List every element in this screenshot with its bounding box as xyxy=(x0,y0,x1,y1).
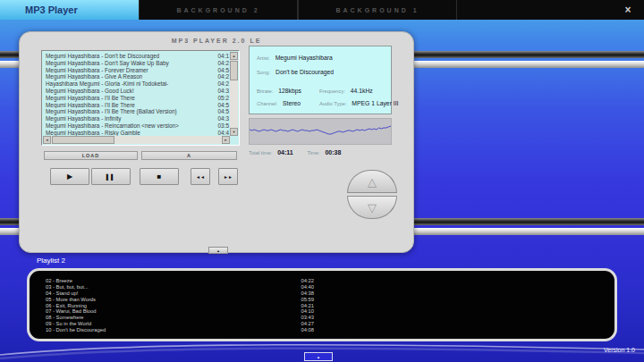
list-item[interactable]: Megumi Hayashibara - I'll Be There05:2 xyxy=(44,95,230,102)
frequency-row: Frequency: 44.1kHz xyxy=(319,88,373,94)
background-1-button[interactable]: BACKGROUND 1 xyxy=(298,0,457,20)
channel-row: Channel: Stereo xyxy=(257,100,301,106)
titlebar: MP3 Player BACKGROUND 2 BACKGROUND 1 × xyxy=(0,0,644,20)
time-display: Total time: 04:11 Time: 00:38 xyxy=(249,149,401,156)
list-item: 07 - Warui, Bad Blood04:10 xyxy=(46,308,314,315)
playlist2-tracks: 02 - Breeze04:2203 - But, but, but...04:… xyxy=(46,278,314,333)
list-item[interactable]: Megumi Hayashibara - Good Luck!04:3 xyxy=(44,88,230,95)
list-item: 09 - So in the World04:27 xyxy=(46,321,314,327)
artist-row: Artist: Megumi Hayashibara xyxy=(257,55,333,61)
stop-icon: ■ xyxy=(157,173,162,181)
list-item: 02 - Breeze04:22 xyxy=(46,278,314,284)
stop-button[interactable]: ■ xyxy=(140,168,179,185)
play-icon: ▶ xyxy=(67,173,72,181)
scroll-left-icon[interactable]: ◄ xyxy=(43,136,51,144)
mp3-player-app: MP3 Player BACKGROUND 2 BACKGROUND 1 × M… xyxy=(0,0,644,362)
audiotype-value: MPEG 1 Layer III xyxy=(352,100,398,106)
song-row-info: Song: Don't be Discouraged xyxy=(257,69,334,75)
a-button[interactable]: A xyxy=(141,151,237,160)
version-label: Version 1.0 xyxy=(604,347,635,353)
scroll-right-icon[interactable]: ► xyxy=(222,136,230,144)
artist-value: Megumi Hayashibara xyxy=(275,55,333,61)
track-selector-knob: △ ▽ xyxy=(347,170,397,220)
total-time-label: Total time: xyxy=(249,150,272,156)
load-button[interactable]: LOAD xyxy=(44,151,138,160)
background-2-button[interactable]: BACKGROUND 2 xyxy=(139,0,298,20)
up-triangle-icon: △ xyxy=(368,175,377,189)
previous-icon: ◄◄ xyxy=(196,174,205,180)
collapse-up-icon: ▲ xyxy=(216,248,220,253)
play-button[interactable]: ▶ xyxy=(50,168,89,185)
app-title: MP3 Player xyxy=(25,4,78,15)
close-icon[interactable]: × xyxy=(612,0,644,20)
pause-button[interactable]: ▌▌ xyxy=(91,168,131,185)
list-item: 04 - Stand up!04:38 xyxy=(46,290,314,297)
bitrate-value: 128kbps xyxy=(278,88,301,94)
playlist2-panel: 02 - Breeze04:2203 - But, but, but...04:… xyxy=(27,268,617,341)
list-item[interactable]: Megumi Hayashibara - Forever Dreamer04:5 xyxy=(44,67,230,74)
list-item[interactable]: Megumi Hayashibara - Reincarnation <new … xyxy=(44,122,230,130)
track-info-panel: Artist: Megumi Hayashibara Song: Don't b… xyxy=(249,46,392,114)
next-button[interactable]: ►► xyxy=(218,168,238,185)
previous-button[interactable]: ◄◄ xyxy=(191,168,210,185)
audiotype-label: Audio Type: xyxy=(319,101,347,106)
pause-icon: ▌▌ xyxy=(106,174,116,180)
waveform-icon xyxy=(250,119,391,144)
song-list: Megumi Hayashibara - Don't be Discourage… xyxy=(44,53,230,136)
vertical-scrollbar[interactable]: ▲ ▼ xyxy=(230,52,238,136)
channel-label: Channel: xyxy=(257,101,277,106)
collapse-button[interactable]: ▲ xyxy=(208,247,228,254)
audiotype-row: Audio Type: MPEG 1 Layer III xyxy=(319,100,398,106)
player-logo: MP3 PLAYER 2.0 LE xyxy=(20,38,413,44)
vertical-scroll-thumb[interactable] xyxy=(230,61,238,80)
titlebar-menu: BACKGROUND 2 BACKGROUND 1 × xyxy=(139,0,644,20)
playlist2-title: Playlist 2 xyxy=(37,257,65,265)
list-item: 05 - More than Words05:59 xyxy=(46,297,314,303)
artist-label: Artist: xyxy=(257,55,270,61)
knob-up-button[interactable]: △ xyxy=(347,170,397,193)
scroll-down-icon[interactable]: ▼ xyxy=(230,128,238,136)
horizontal-scroll-thumb[interactable] xyxy=(52,136,114,144)
expand-up-icon: ▲ xyxy=(317,355,320,359)
channel-value: Stereo xyxy=(283,100,301,106)
total-time-value: 04:11 xyxy=(277,149,293,156)
list-item: 08 - Somewhere03:43 xyxy=(46,315,314,321)
time-label: Time: xyxy=(307,150,319,156)
player-window: MP3 PLAYER 2.0 LE Megumi Hayashibara - D… xyxy=(19,31,414,253)
down-triangle-icon: ▽ xyxy=(368,201,377,215)
list-item[interactable]: Megumi Hayashibara - Don't be Discourage… xyxy=(44,53,230,60)
list-item[interactable]: Megumi Hayashibara - Infinity04:3 xyxy=(44,115,230,122)
knob-down-button[interactable]: ▽ xyxy=(347,196,397,219)
list-item: 03 - But, but, but...04:40 xyxy=(46,284,314,290)
frequency-label: Frequency: xyxy=(319,88,345,94)
waveform-display xyxy=(249,118,392,145)
list-item[interactable]: Megumi Hayashibara - Don't Say Wake Up B… xyxy=(44,60,230,67)
song-label: Song: xyxy=(257,70,270,75)
list-item[interactable]: Megumi Hayashibara - I'll Be There (Ball… xyxy=(44,108,230,115)
expand-button[interactable]: ▲ xyxy=(304,352,333,361)
list-item[interactable]: Megumi Hayashibara - Risky Gamble04:4 xyxy=(44,130,230,136)
list-item: 06 - Exit, Running04:21 xyxy=(46,303,314,309)
list-item: 10 - Don't be Discouraged04:08 xyxy=(46,327,314,333)
bitrate-row: Bitrate: 128kbps xyxy=(257,88,301,94)
horizontal-scrollbar[interactable]: ◄ ► xyxy=(43,136,230,144)
frequency-value: 44.1kHz xyxy=(351,88,373,94)
playlist-box: Megumi Hayashibara - Don't be Discourage… xyxy=(41,50,240,146)
song-value: Don't be Discouraged xyxy=(275,69,334,75)
bitrate-label: Bitrate: xyxy=(257,88,273,94)
list-item[interactable]: Hayashibara Megumi - Gloria -Kimi ni Tod… xyxy=(44,80,230,88)
time-value: 00:38 xyxy=(325,149,341,156)
scroll-up-icon[interactable]: ▲ xyxy=(230,52,238,60)
list-item[interactable]: Megumi Hayashibara - Give A Reason04:2 xyxy=(44,73,230,80)
window-title-area: MP3 Player xyxy=(0,0,139,20)
next-icon: ►► xyxy=(224,174,233,180)
list-item[interactable]: Megumi Hayashibara - I'll Be There04:5 xyxy=(44,102,230,109)
